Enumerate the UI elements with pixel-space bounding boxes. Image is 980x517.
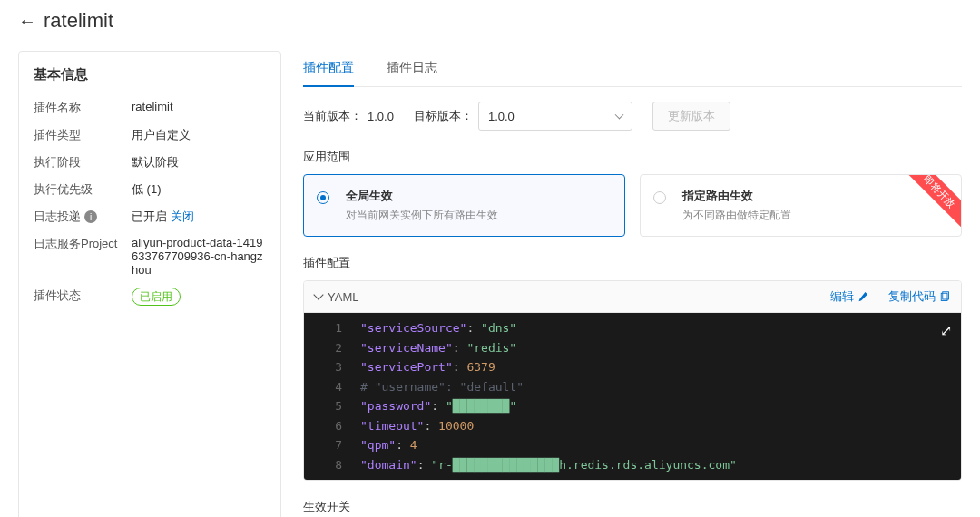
pencil-icon xyxy=(858,291,868,302)
log-project-value: aliyun-product-data-1419633767709936-cn-… xyxy=(132,236,266,277)
scope-global-radio[interactable] xyxy=(317,191,329,204)
plugin-type-label: 插件类型 xyxy=(34,127,132,143)
scope-route-card[interactable]: 指定路由生效 为不同路由做特定配置 即将开放 xyxy=(640,174,962,237)
current-version-label: 当前版本： xyxy=(303,108,362,124)
copy-icon xyxy=(939,291,950,302)
target-version-select[interactable]: 1.0.0 xyxy=(478,102,632,131)
info-row-log-project: 日志服务Project aliyun-product-data-14196337… xyxy=(34,230,266,282)
code-line: 8"domain": "r-███████████████h.redis.rds… xyxy=(304,455,961,475)
expand-icon[interactable]: ⤢ xyxy=(940,322,952,339)
code-line: 3"servicePort": 6379 xyxy=(304,357,961,377)
scope-route-title: 指定路由生效 xyxy=(682,188,791,204)
code-editor[interactable]: ⤢ 1"serviceSource": "dns"2"serviceName":… xyxy=(304,313,961,480)
update-version-button[interactable]: 更新版本 xyxy=(652,102,730,131)
version-row: 当前版本： 1.0.0 目标版本： 1.0.0 更新版本 xyxy=(303,102,962,131)
tab-plugin-logs[interactable]: 插件日志 xyxy=(387,51,437,86)
code-panel: YAML 编辑 复制代码 ⤢ 1"serv xyxy=(303,280,962,481)
exec-phase-label: 执行阶段 xyxy=(34,154,132,171)
info-icon[interactable]: i xyxy=(84,210,97,223)
log-delivery-label: 日志投递 i xyxy=(34,209,132,225)
scope-route-radio[interactable] xyxy=(653,191,666,204)
coming-soon-ribbon: 即将开放 xyxy=(902,174,962,229)
basic-info-panel: 基本信息 插件名称 ratelimit 插件类型 用户自定义 执行阶段 默认阶段… xyxy=(18,51,281,517)
log-delivery-close-link[interactable]: 关闭 xyxy=(171,210,194,223)
plugin-type-value: 用户自定义 xyxy=(132,127,266,143)
code-line: 5"password": "████████" xyxy=(304,396,961,416)
chevron-down-icon xyxy=(313,289,323,299)
current-version-value: 1.0.0 xyxy=(368,110,394,123)
info-row-plugin-name: 插件名称 ratelimit xyxy=(34,94,266,122)
code-copy-button[interactable]: 复制代码 xyxy=(888,288,950,305)
info-row-exec-priority: 执行优先级 低 (1) xyxy=(34,176,266,203)
basic-info-heading: 基本信息 xyxy=(34,66,266,83)
scope-global-desc: 对当前网关实例下所有路由生效 xyxy=(346,208,498,223)
status-badge: 已启用 xyxy=(132,288,181,306)
code-line: 6"timeout": 10000 xyxy=(304,416,961,436)
code-line: 2"serviceName": "redis" xyxy=(304,338,961,358)
exec-priority-value: 低 (1) xyxy=(132,181,266,198)
page-title: ratelimit xyxy=(44,9,113,33)
back-arrow-icon[interactable]: ← xyxy=(18,11,36,32)
code-line: 1"serviceSource": "dns" xyxy=(304,318,961,338)
code-line: 7"qpm": 4 xyxy=(304,435,961,455)
plugin-status-label: 插件状态 xyxy=(34,288,132,304)
tabs: 插件配置 插件日志 xyxy=(303,51,962,87)
scope-global-card[interactable]: 全局生效 对当前网关实例下所有路由生效 xyxy=(303,174,625,237)
info-row-exec-phase: 执行阶段 默认阶段 xyxy=(34,149,266,176)
code-format-toggle[interactable]: YAML xyxy=(315,290,358,304)
exec-phase-value: 默认阶段 xyxy=(132,154,266,171)
code-edit-button[interactable]: 编辑 xyxy=(830,288,868,305)
scope-global-title: 全局生效 xyxy=(346,188,498,204)
switch-label: 生效开关 xyxy=(303,499,962,515)
log-delivery-status: 已开启 xyxy=(132,210,167,223)
info-row-plugin-type: 插件类型 用户自定义 xyxy=(34,122,266,149)
tab-plugin-config[interactable]: 插件配置 xyxy=(303,51,354,87)
plugin-config-label: 插件配置 xyxy=(303,255,962,271)
target-version-label: 目标版本： xyxy=(414,108,473,124)
plugin-name-value: ratelimit xyxy=(132,100,266,113)
scope-label: 应用范围 xyxy=(303,149,962,165)
log-project-label: 日志服务Project xyxy=(34,236,132,252)
scope-route-desc: 为不同路由做特定配置 xyxy=(682,208,791,223)
code-line: 4# "username": "default" xyxy=(304,377,961,397)
info-row-plugin-status: 插件状态 已启用 xyxy=(34,282,266,311)
info-row-log-delivery: 日志投递 i 已开启 关闭 xyxy=(34,203,266,230)
plugin-name-label: 插件名称 xyxy=(34,100,132,116)
exec-priority-label: 执行优先级 xyxy=(34,181,132,198)
